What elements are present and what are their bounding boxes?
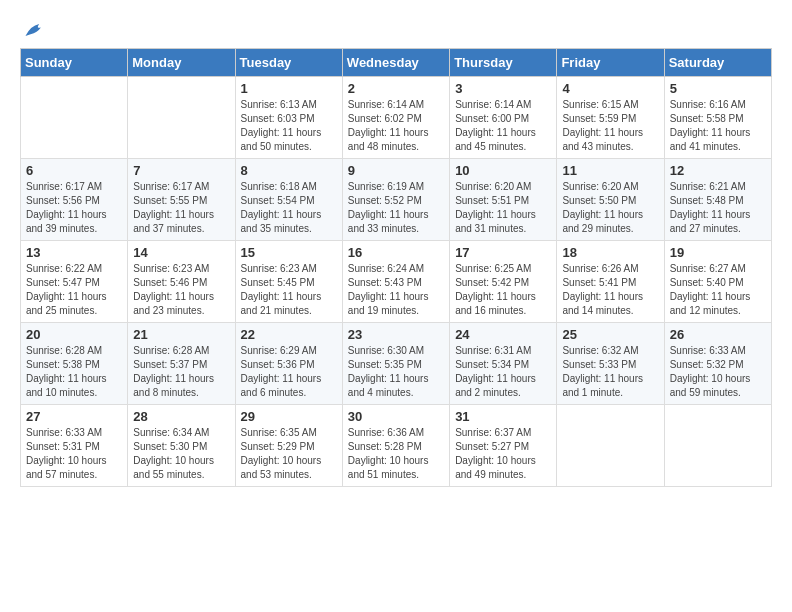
day-number: 27 — [26, 409, 122, 424]
sunset-text: Sunset: 5:35 PM — [348, 359, 422, 370]
daylight-text: Daylight: 11 hours and 25 minutes. — [26, 291, 107, 316]
sunset-text: Sunset: 5:41 PM — [562, 277, 636, 288]
day-info: Sunrise: 6:27 AMSunset: 5:40 PMDaylight:… — [670, 262, 766, 318]
daylight-text: Daylight: 11 hours and 12 minutes. — [670, 291, 751, 316]
calendar-cell — [128, 77, 235, 159]
daylight-text: Daylight: 11 hours and 1 minute. — [562, 373, 643, 398]
day-number: 8 — [241, 163, 337, 178]
calendar-cell: 26Sunrise: 6:33 AMSunset: 5:32 PMDayligh… — [664, 323, 771, 405]
sunrise-text: Sunrise: 6:26 AM — [562, 263, 638, 274]
day-number: 3 — [455, 81, 551, 96]
logo-bird-icon — [22, 20, 46, 40]
calendar-cell: 15Sunrise: 6:23 AMSunset: 5:45 PMDayligh… — [235, 241, 342, 323]
daylight-text: Daylight: 11 hours and 16 minutes. — [455, 291, 536, 316]
day-info: Sunrise: 6:28 AMSunset: 5:38 PMDaylight:… — [26, 344, 122, 400]
sunset-text: Sunset: 5:33 PM — [562, 359, 636, 370]
daylight-text: Daylight: 11 hours and 41 minutes. — [670, 127, 751, 152]
calendar-cell: 10Sunrise: 6:20 AMSunset: 5:51 PMDayligh… — [450, 159, 557, 241]
sunrise-text: Sunrise: 6:23 AM — [241, 263, 317, 274]
day-number: 7 — [133, 163, 229, 178]
sunset-text: Sunset: 5:59 PM — [562, 113, 636, 124]
calendar-cell: 18Sunrise: 6:26 AMSunset: 5:41 PMDayligh… — [557, 241, 664, 323]
day-info: Sunrise: 6:36 AMSunset: 5:28 PMDaylight:… — [348, 426, 444, 482]
sunrise-text: Sunrise: 6:29 AM — [241, 345, 317, 356]
calendar-cell: 3Sunrise: 6:14 AMSunset: 6:00 PMDaylight… — [450, 77, 557, 159]
daylight-text: Daylight: 11 hours and 50 minutes. — [241, 127, 322, 152]
sunset-text: Sunset: 5:50 PM — [562, 195, 636, 206]
calendar-table: SundayMondayTuesdayWednesdayThursdayFrid… — [20, 48, 772, 487]
daylight-text: Daylight: 11 hours and 6 minutes. — [241, 373, 322, 398]
daylight-text: Daylight: 10 hours and 57 minutes. — [26, 455, 107, 480]
daylight-text: Daylight: 11 hours and 21 minutes. — [241, 291, 322, 316]
sunset-text: Sunset: 5:34 PM — [455, 359, 529, 370]
daylight-text: Daylight: 10 hours and 53 minutes. — [241, 455, 322, 480]
calendar-cell: 7Sunrise: 6:17 AMSunset: 5:55 PMDaylight… — [128, 159, 235, 241]
sunrise-text: Sunrise: 6:17 AM — [133, 181, 209, 192]
sunset-text: Sunset: 6:03 PM — [241, 113, 315, 124]
sunrise-text: Sunrise: 6:32 AM — [562, 345, 638, 356]
sunset-text: Sunset: 5:56 PM — [26, 195, 100, 206]
sunrise-text: Sunrise: 6:14 AM — [348, 99, 424, 110]
calendar-header-tuesday: Tuesday — [235, 49, 342, 77]
day-info: Sunrise: 6:13 AMSunset: 6:03 PMDaylight:… — [241, 98, 337, 154]
sunset-text: Sunset: 5:54 PM — [241, 195, 315, 206]
calendar-cell: 14Sunrise: 6:23 AMSunset: 5:46 PMDayligh… — [128, 241, 235, 323]
sunset-text: Sunset: 5:55 PM — [133, 195, 207, 206]
daylight-text: Daylight: 11 hours and 8 minutes. — [133, 373, 214, 398]
calendar-cell: 5Sunrise: 6:16 AMSunset: 5:58 PMDaylight… — [664, 77, 771, 159]
day-info: Sunrise: 6:34 AMSunset: 5:30 PMDaylight:… — [133, 426, 229, 482]
day-number: 30 — [348, 409, 444, 424]
page-header — [20, 16, 772, 40]
calendar-cell — [664, 405, 771, 487]
sunset-text: Sunset: 5:37 PM — [133, 359, 207, 370]
sunrise-text: Sunrise: 6:24 AM — [348, 263, 424, 274]
day-info: Sunrise: 6:14 AMSunset: 6:00 PMDaylight:… — [455, 98, 551, 154]
day-number: 9 — [348, 163, 444, 178]
daylight-text: Daylight: 11 hours and 27 minutes. — [670, 209, 751, 234]
daylight-text: Daylight: 11 hours and 10 minutes. — [26, 373, 107, 398]
sunrise-text: Sunrise: 6:37 AM — [455, 427, 531, 438]
sunrise-text: Sunrise: 6:16 AM — [670, 99, 746, 110]
sunrise-text: Sunrise: 6:15 AM — [562, 99, 638, 110]
day-info: Sunrise: 6:22 AMSunset: 5:47 PMDaylight:… — [26, 262, 122, 318]
calendar-cell: 12Sunrise: 6:21 AMSunset: 5:48 PMDayligh… — [664, 159, 771, 241]
calendar-header-monday: Monday — [128, 49, 235, 77]
day-number: 23 — [348, 327, 444, 342]
calendar-week-row: 27Sunrise: 6:33 AMSunset: 5:31 PMDayligh… — [21, 405, 772, 487]
day-info: Sunrise: 6:25 AMSunset: 5:42 PMDaylight:… — [455, 262, 551, 318]
day-info: Sunrise: 6:33 AMSunset: 5:32 PMDaylight:… — [670, 344, 766, 400]
sunset-text: Sunset: 5:32 PM — [670, 359, 744, 370]
calendar-cell: 9Sunrise: 6:19 AMSunset: 5:52 PMDaylight… — [342, 159, 449, 241]
day-info: Sunrise: 6:30 AMSunset: 5:35 PMDaylight:… — [348, 344, 444, 400]
day-number: 4 — [562, 81, 658, 96]
calendar-cell — [557, 405, 664, 487]
daylight-text: Daylight: 11 hours and 48 minutes. — [348, 127, 429, 152]
day-number: 11 — [562, 163, 658, 178]
day-info: Sunrise: 6:37 AMSunset: 5:27 PMDaylight:… — [455, 426, 551, 482]
sunrise-text: Sunrise: 6:21 AM — [670, 181, 746, 192]
daylight-text: Daylight: 11 hours and 39 minutes. — [26, 209, 107, 234]
daylight-text: Daylight: 11 hours and 23 minutes. — [133, 291, 214, 316]
calendar-cell: 6Sunrise: 6:17 AMSunset: 5:56 PMDaylight… — [21, 159, 128, 241]
day-info: Sunrise: 6:31 AMSunset: 5:34 PMDaylight:… — [455, 344, 551, 400]
sunrise-text: Sunrise: 6:20 AM — [562, 181, 638, 192]
day-number: 14 — [133, 245, 229, 260]
day-number: 12 — [670, 163, 766, 178]
calendar-cell: 19Sunrise: 6:27 AMSunset: 5:40 PMDayligh… — [664, 241, 771, 323]
calendar-cell: 28Sunrise: 6:34 AMSunset: 5:30 PMDayligh… — [128, 405, 235, 487]
daylight-text: Daylight: 11 hours and 4 minutes. — [348, 373, 429, 398]
daylight-text: Daylight: 11 hours and 14 minutes. — [562, 291, 643, 316]
calendar-week-row: 13Sunrise: 6:22 AMSunset: 5:47 PMDayligh… — [21, 241, 772, 323]
sunset-text: Sunset: 5:46 PM — [133, 277, 207, 288]
sunrise-text: Sunrise: 6:31 AM — [455, 345, 531, 356]
day-number: 28 — [133, 409, 229, 424]
sunrise-text: Sunrise: 6:36 AM — [348, 427, 424, 438]
day-info: Sunrise: 6:16 AMSunset: 5:58 PMDaylight:… — [670, 98, 766, 154]
day-info: Sunrise: 6:24 AMSunset: 5:43 PMDaylight:… — [348, 262, 444, 318]
daylight-text: Daylight: 11 hours and 2 minutes. — [455, 373, 536, 398]
day-number: 18 — [562, 245, 658, 260]
day-info: Sunrise: 6:17 AMSunset: 5:55 PMDaylight:… — [133, 180, 229, 236]
day-info: Sunrise: 6:14 AMSunset: 6:02 PMDaylight:… — [348, 98, 444, 154]
sunset-text: Sunset: 6:02 PM — [348, 113, 422, 124]
day-info: Sunrise: 6:32 AMSunset: 5:33 PMDaylight:… — [562, 344, 658, 400]
